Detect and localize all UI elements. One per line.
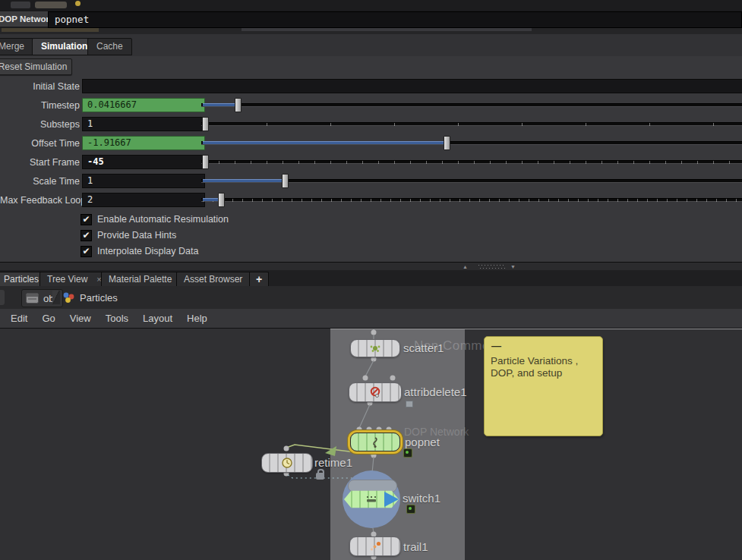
max-feedback-loops-input[interactable]: 2 bbox=[82, 193, 205, 207]
tab-merge[interactable]: Merge bbox=[0, 38, 33, 55]
trail-icon bbox=[368, 541, 382, 552]
operator-name-field[interactable]: popnet bbox=[48, 11, 742, 28]
menu-edit[interactable]: Edit bbox=[11, 313, 27, 324]
popnet-input-dot[interactable] bbox=[387, 427, 392, 433]
retime-clock-icon bbox=[281, 457, 293, 469]
param-row-max-feedback-loops: Max Feedback Loops 2 bbox=[0, 192, 742, 211]
slider-handle[interactable] bbox=[202, 117, 209, 131]
offset-time-slider[interactable] bbox=[201, 136, 742, 149]
node-scatter1[interactable] bbox=[350, 339, 400, 357]
pane-tab-tree-view[interactable]: Tree View× bbox=[39, 272, 109, 286]
max-feedback-loops-slider[interactable] bbox=[201, 193, 742, 206]
switch-flag-badge[interactable] bbox=[406, 505, 415, 514]
substeps-input[interactable]: 1 bbox=[82, 117, 205, 131]
slider-fill bbox=[203, 179, 283, 182]
attribdelete-input2-dot[interactable] bbox=[390, 376, 396, 381]
popnet-flag-badge[interactable] bbox=[403, 448, 412, 458]
menu-tools[interactable]: Tools bbox=[106, 313, 128, 324]
node-switch1[interactable] bbox=[344, 489, 399, 510]
clipped-ui-fragment bbox=[11, 2, 30, 8]
scale-time-slider[interactable] bbox=[201, 174, 742, 187]
node-label-popnet[interactable]: popnet bbox=[405, 436, 440, 448]
popnet-input-dot[interactable] bbox=[377, 427, 382, 433]
offset-time-input[interactable]: -1.91667 bbox=[82, 136, 205, 150]
popnet-icon bbox=[371, 436, 380, 448]
particles-node-icon bbox=[62, 291, 75, 304]
wire-scatter-attribdelete[interactable] bbox=[365, 360, 374, 376]
scale-time-input[interactable]: 1 bbox=[82, 174, 205, 188]
node-label-switch1[interactable]: switch1 bbox=[403, 492, 440, 505]
timestep-slider[interactable] bbox=[201, 98, 742, 111]
new-pane-tab-button[interactable]: + bbox=[249, 272, 269, 286]
menu-layout[interactable]: Layout bbox=[143, 313, 172, 324]
slider-handle[interactable] bbox=[202, 155, 209, 169]
clipped-text-fragment bbox=[2, 28, 99, 32]
check-icon: ✔ bbox=[82, 230, 90, 241]
note-collapse-icon[interactable]: — bbox=[491, 340, 501, 351]
checkbox-row-interpolate-display-data: ✔ Interpolate Display Data bbox=[0, 245, 380, 260]
param-label: Start Frame bbox=[0, 157, 80, 168]
node-popnet[interactable] bbox=[350, 433, 400, 451]
attribdelete-icon bbox=[369, 386, 381, 398]
substeps-slider[interactable] bbox=[201, 117, 742, 130]
enable-automatic-resimulation-checkbox[interactable]: ✔ bbox=[81, 214, 92, 225]
slider-ticks bbox=[203, 161, 742, 164]
slider-fill bbox=[203, 198, 219, 201]
node-retime1[interactable] bbox=[261, 453, 313, 473]
attribdelete-input-dot[interactable] bbox=[363, 376, 368, 381]
interpolate-display-data-checkbox[interactable]: ✔ bbox=[81, 246, 92, 257]
param-label: Max Feedback Loops bbox=[0, 195, 80, 206]
reset-simulation-button[interactable]: Reset Simulation bbox=[0, 58, 72, 75]
slider-handle[interactable] bbox=[444, 136, 450, 150]
param-row-initial-state: Initial State bbox=[0, 78, 742, 97]
clipped-ui-fragment bbox=[35, 2, 67, 8]
initial-state-input[interactable] bbox=[82, 79, 742, 93]
checkbox-label: Interpolate Display Data bbox=[97, 246, 198, 256]
node-label-trail1[interactable]: trail1 bbox=[403, 540, 428, 553]
retime-input-dot[interactable] bbox=[284, 446, 289, 451]
flag-dot bbox=[409, 507, 412, 510]
check-icon: ✔ bbox=[82, 214, 90, 225]
network-editor[interactable]: Non Commercial Edition bbox=[0, 329, 742, 560]
param-label: Offset Time bbox=[0, 138, 80, 149]
slider-handle[interactable] bbox=[218, 193, 225, 207]
node-label-retime1[interactable]: retime1 bbox=[314, 456, 352, 469]
node-attribdelete1[interactable] bbox=[349, 382, 402, 402]
tab-cache[interactable]: Cache bbox=[87, 38, 132, 55]
menu-view[interactable]: View bbox=[70, 313, 91, 324]
lock-icon[interactable] bbox=[316, 473, 324, 480]
param-row-start-frame: Start Frame -45 bbox=[0, 154, 742, 173]
scatter-icon bbox=[369, 344, 381, 353]
timestep-input[interactable]: 0.0416667 bbox=[82, 98, 205, 112]
pane-tab-label: Tree View bbox=[47, 274, 87, 285]
sticky-note-text: Particle Variations , DOP, and setup bbox=[491, 355, 597, 380]
param-row-substeps: Substeps 1 bbox=[0, 116, 742, 135]
houdini-window: DOP Network popnet Merge Simulation Cach… bbox=[0, 0, 742, 560]
clipped-node-dot bbox=[75, 1, 81, 6]
pane-tab-label: Particles bbox=[4, 274, 39, 285]
breadcrumb-leaf[interactable]: Particles bbox=[62, 289, 118, 306]
param-label: Initial State bbox=[0, 81, 80, 92]
menu-go[interactable]: Go bbox=[42, 313, 55, 324]
breadcrumb-leaf-label: Particles bbox=[80, 292, 118, 304]
wire-dot[interactable] bbox=[371, 330, 377, 335]
splitter-grip[interactable] bbox=[478, 265, 506, 269]
sticky-note[interactable]: — Particle Variations , DOP, and setup bbox=[484, 336, 603, 436]
slider-handle[interactable] bbox=[235, 98, 242, 112]
provide-data-hints-checkbox[interactable]: ✔ bbox=[81, 230, 92, 241]
popnet-input-dot[interactable] bbox=[357, 427, 362, 433]
node-label-attribdelete1[interactable]: attribdelete1 bbox=[404, 385, 467, 398]
param-label: Scale Time bbox=[0, 176, 80, 187]
menu-help[interactable]: Help bbox=[187, 313, 207, 324]
start-frame-slider[interactable] bbox=[201, 155, 742, 168]
start-frame-input[interactable]: -45 bbox=[82, 155, 205, 169]
pane-tab-label: Asset Browser bbox=[184, 274, 242, 285]
attribdelete-badge-icon[interactable] bbox=[406, 401, 413, 407]
node-trail1[interactable] bbox=[349, 536, 401, 556]
switch-input-bar[interactable] bbox=[348, 480, 397, 492]
node-label-scatter1[interactable]: scatter1 bbox=[403, 341, 444, 354]
popnet-input-dot[interactable] bbox=[367, 427, 372, 433]
slider-handle[interactable] bbox=[282, 174, 289, 188]
wire-attribdelete-popnet[interactable] bbox=[359, 404, 370, 428]
param-row-offset-time: Offset Time -1.91667 bbox=[0, 135, 742, 154]
